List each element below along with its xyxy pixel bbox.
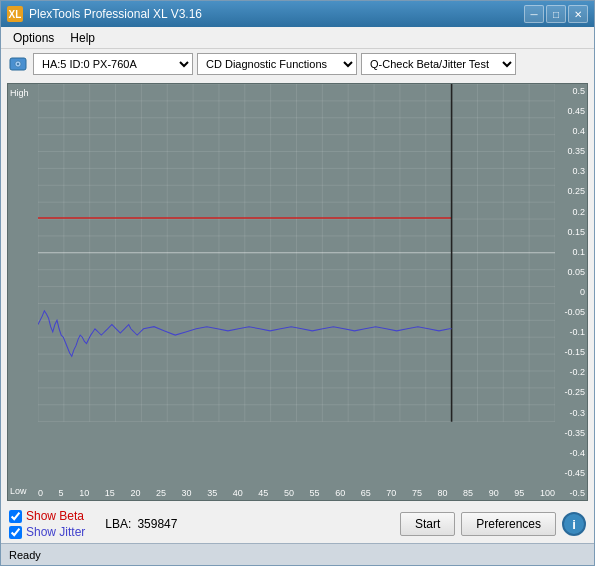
title-bar-left: XL PlexTools Professional XL V3.16: [7, 6, 202, 22]
info-button[interactable]: i: [562, 512, 586, 536]
status-text: Ready: [9, 549, 41, 561]
chart-low-label: Low: [10, 486, 36, 496]
svg-point-2: [17, 63, 19, 65]
maximize-button[interactable]: □: [546, 5, 566, 23]
show-jitter-label: Show Jitter: [26, 525, 85, 539]
chart-inner: High Low 0.5 0.45 0.4 0.35 0.3 0.25 0.2 …: [8, 84, 587, 500]
lba-value: 359847: [137, 517, 177, 531]
minimize-button[interactable]: ─: [524, 5, 544, 23]
status-bar: Ready: [1, 543, 594, 565]
preferences-button[interactable]: Preferences: [461, 512, 556, 536]
bottom-bar: Show Beta Show Jitter LBA: 359847 Start …: [1, 505, 594, 543]
function-select[interactable]: CD Diagnostic Functions: [197, 53, 357, 75]
show-beta-row: Show Beta: [9, 509, 85, 523]
menu-options[interactable]: Options: [5, 29, 62, 47]
close-button[interactable]: ✕: [568, 5, 588, 23]
show-beta-checkbox[interactable]: [9, 510, 22, 523]
toolbar: HA:5 ID:0 PX-760A CD Diagnostic Function…: [1, 49, 594, 79]
chart-area: High Low 0.5 0.45 0.4 0.35 0.3 0.25 0.2 …: [7, 83, 588, 501]
show-jitter-checkbox[interactable]: [9, 526, 22, 539]
chart-x-labels: 0 5 10 15 20 25 30 35 40 45 50 55 60 65 …: [38, 488, 555, 498]
buttons-section: Start Preferences i: [400, 512, 586, 536]
window-title: PlexTools Professional XL V3.16: [29, 7, 202, 21]
show-beta-label: Show Beta: [26, 509, 84, 523]
checkbox-row: Show Beta Show Jitter: [9, 509, 85, 539]
chart-svg: [38, 84, 555, 422]
start-button[interactable]: Start: [400, 512, 455, 536]
test-select[interactable]: Q-Check Beta/Jitter Test: [361, 53, 516, 75]
window-controls: ─ □ ✕: [524, 5, 588, 23]
menu-bar: Options Help: [1, 27, 594, 49]
chart-high-label: High: [10, 88, 36, 98]
app-icon: XL: [7, 6, 23, 22]
lba-label: LBA:: [105, 517, 131, 531]
menu-help[interactable]: Help: [62, 29, 103, 47]
chart-y-labels-right: 0.5 0.45 0.4 0.35 0.3 0.25 0.2 0.15 0.1 …: [557, 84, 585, 500]
drive-icon: [7, 53, 29, 75]
show-jitter-row: Show Jitter: [9, 525, 85, 539]
chart-y-labels-left: High Low: [10, 84, 36, 500]
title-bar: XL PlexTools Professional XL V3.16 ─ □ ✕: [1, 1, 594, 27]
device-select[interactable]: HA:5 ID:0 PX-760A: [33, 53, 193, 75]
lba-section: LBA: 359847: [105, 517, 177, 531]
main-window: XL PlexTools Professional XL V3.16 ─ □ ✕…: [0, 0, 595, 566]
